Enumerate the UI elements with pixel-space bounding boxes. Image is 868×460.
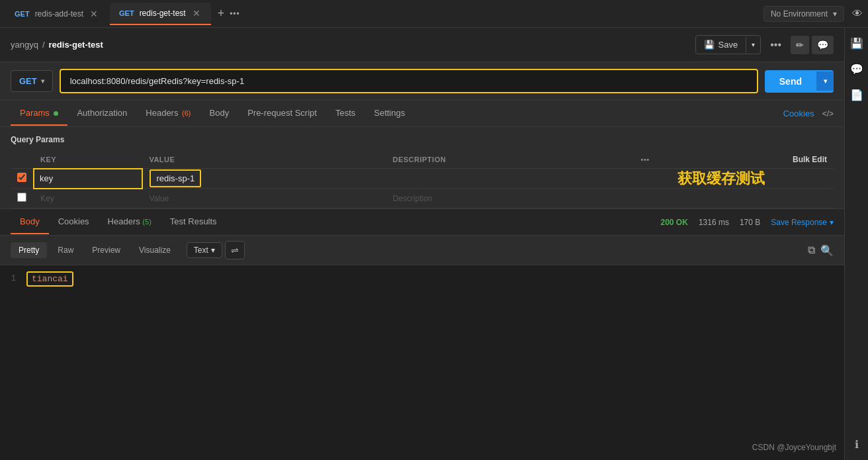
tab-params[interactable]: Params [11,101,67,126]
comment-icon[interactable]: 💬 [812,36,834,54]
response-value-highlight: tiancai [26,271,73,287]
right-panel-save-icon[interactable]: 💾 [847,34,866,52]
response-section: Body Cookies Headers (5) Test Results 20… [0,208,844,318]
placeholder-row: Key Value Description [11,189,834,208]
tab-pre-request[interactable]: Pre-request Script [238,101,326,126]
tab-close-1[interactable]: ✕ [89,9,99,19]
format-label: Text [194,246,208,255]
tab-settings[interactable]: Settings [365,101,414,126]
params-table: KEY VALUE DESCRIPTION ••• Bulk Edit [11,151,834,208]
cookies-link[interactable]: Cookies [783,109,814,118]
headers-badge: (6) [182,109,191,117]
send-dropdown[interactable]: ▾ [816,71,834,91]
save-label: Save [718,40,738,50]
body-toolbar-right: ⧉ 🔍 [808,244,834,257]
row-description-cell[interactable] [386,169,634,189]
send-label: Send [779,76,802,87]
request-tabs-nav: Params Authorization Headers (6) Body Pr… [0,101,844,127]
send-main[interactable]: Send [765,70,816,93]
save-button-group[interactable]: 💾 Save ▾ [695,35,761,54]
ph-value-cell[interactable]: Value [142,189,386,208]
method-selector[interactable]: GET ▾ [11,70,53,92]
res-tab-cookies[interactable]: Cookies [49,210,99,234]
tab-close-2[interactable]: ✕ [191,8,202,19]
breadcrumb: yangyq / redis-get-test [11,40,103,50]
search-icon[interactable]: 🔍 [820,244,834,257]
watermark: CSDN @JoyceYoungbjt [752,443,836,452]
environment-selector[interactable]: No Environment ▾ [763,6,844,22]
ph-actions-cell [656,189,834,208]
res-tab-headers[interactable]: Headers (5) [99,210,161,234]
res-tab-test-results[interactable]: Test Results [161,210,226,234]
eye-icon[interactable]: 👁 [852,8,863,20]
save-response-label: Save Response [771,218,827,227]
right-panel-info-icon[interactable]: ℹ [852,436,861,453]
url-input[interactable] [61,70,757,92]
response-status: 200 OK 1316 ms 170 B Save Response ▾ [661,218,834,227]
tab-actions: + ••• [218,7,240,21]
body-tab-pretty[interactable]: Pretty [11,242,47,258]
tab-headers[interactable]: Headers (6) [136,101,200,126]
ph-checkbox[interactable] [17,193,26,202]
body-tab-preview[interactable]: Preview [84,242,128,258]
add-tab-button[interactable]: + [218,7,225,21]
tab-more-button[interactable]: ••• [230,9,240,19]
send-button-group[interactable]: Send ▾ [765,70,834,93]
row-key-cell[interactable]: key [34,169,142,189]
save-response-chevron: ▾ [830,218,834,227]
main-container: 💾 💬 📄 ℹ yangyq / redis-get-test 💾 Save ▾ [0,28,868,460]
params-dot [54,111,58,116]
response-line: 1 tiancai [0,273,844,285]
save-disk-icon: 💾 [704,40,715,50]
save-dropdown[interactable]: ▾ [746,37,760,52]
code-button[interactable]: </> [822,109,834,118]
row-value-cell[interactable]: redis-sp-1 [142,169,386,189]
right-panel: 💾 💬 📄 ℹ [844,28,868,460]
th-key: KEY [34,151,142,169]
more-icon[interactable]: ••• [641,156,650,163]
tab-body[interactable]: Body [200,101,239,126]
panel-icon-group: ✏ 💬 [791,36,834,54]
response-tabs-nav: Body Cookies Headers (5) Test Results 20… [0,209,844,236]
ph-key-cell[interactable]: Key [34,189,142,208]
edit-icon[interactable]: ✏ [791,36,809,54]
row-checkbox-cell [11,169,34,189]
tab-tests[interactable]: Tests [326,101,365,126]
ph-checkbox-cell [11,189,34,208]
wrap-button[interactable]: ⇌ [225,241,245,259]
line-number: 1 [0,274,26,284]
right-panel-doc-icon[interactable]: 📄 [847,86,866,104]
row-actions-cell [656,169,834,189]
content-area: yangyq / redis-get-test 💾 Save ▾ ••• ✏ 💬 [0,28,844,318]
url-input-container [60,69,758,93]
more-actions-button[interactable]: ••• [766,35,785,55]
ph-more-cell [634,189,656,208]
tab-redis-add-test[interactable]: GET redis-add-test ✕ [5,3,108,25]
format-selector[interactable]: Text ▾ [187,242,222,258]
tab-name-2: redis-get-test [140,9,186,18]
body-tab-raw[interactable]: Raw [50,242,81,258]
tab-authorization[interactable]: Authorization [67,101,136,126]
body-tab-visualize[interactable]: Visualize [131,242,179,258]
response-body: 1 tiancai [0,265,844,318]
th-checkbox [11,151,34,169]
row-value[interactable]: redis-sp-1 [150,169,201,187]
tab-bar-right: No Environment ▾ 👁 [763,6,863,22]
bulk-edit-button[interactable]: Bulk Edit [793,155,827,164]
breadcrumb-parent: yangyq [11,40,38,50]
row-checkbox[interactable] [17,173,26,182]
th-more: ••• [634,151,656,169]
breadcrumb-current: redis-get-test [49,40,103,50]
copy-icon[interactable]: ⧉ [808,244,815,257]
save-main[interactable]: 💾 Save [696,36,746,54]
tab-redis-get-test[interactable]: GET redis-get-test ✕ [110,3,211,25]
save-response-button[interactable]: Save Response ▾ [771,218,834,227]
header-actions: 💾 Save ▾ ••• ✏ 💬 [695,35,834,55]
tab-method-1: GET [15,10,30,18]
format-chevron-icon: ▾ [211,246,215,255]
right-panel-comment-icon[interactable]: 💬 [847,60,866,78]
ph-description-cell[interactable]: Description [386,189,634,208]
res-tab-body[interactable]: Body [11,210,49,234]
tab-bar: GET redis-add-test ✕ GET redis-get-test … [0,0,868,28]
tab-method-2: GET [119,9,134,17]
